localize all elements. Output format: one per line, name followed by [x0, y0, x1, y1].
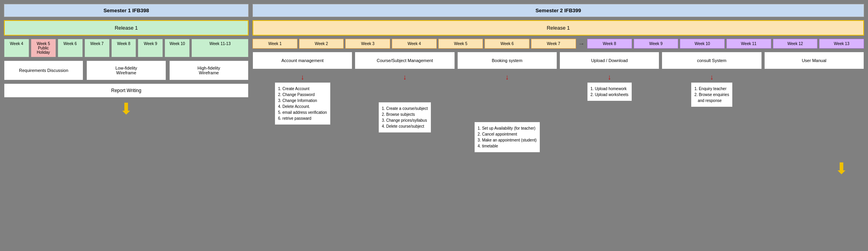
consult-detail-col: ↓ 1. Enquiry teacher 2. Browse enquiries… [662, 72, 761, 107]
week5-holiday: Week 5Public Holiday [31, 39, 56, 57]
left-panel: Semester 1 IFB398 Release 1 Week 4 Week … [4, 4, 249, 176]
right-panel: Semester 2 IFB399 Release 1 Week 1 Week … [253, 4, 864, 176]
booking-detail-col: ↓ 1. Set up Availability (for teacher) 2… [457, 72, 557, 153]
down-arrow-right: ⬇ [835, 160, 848, 176]
feature-row: Account management Course/Subject Manage… [253, 52, 864, 69]
col-course: Course/Subject Management [355, 52, 455, 69]
week10: Week 10 [165, 39, 190, 57]
r-week7: Week 7 [531, 39, 576, 49]
week11-13: Week 11-13 [191, 39, 249, 57]
report-writing-box: Report Writing [4, 83, 249, 98]
r-week2: Week 2 [299, 39, 344, 49]
release1-left: Release 1 [4, 20, 249, 36]
r-week11: Week 11 [726, 39, 771, 49]
r-week12: Week 12 [773, 39, 818, 49]
col-upload: Upload / Download [559, 52, 659, 69]
arrow-booking: ↓ [505, 73, 509, 81]
semester2-title: Semester 2 IFB399 [253, 4, 864, 17]
high-fidelity-box: High-fidelityWireframe [169, 60, 249, 80]
r-week8: Week 8 [587, 39, 632, 49]
down-arrow-left: ⬇ [4, 101, 249, 117]
details-section: ↓ 1. Create Account 2. Change Password 3… [253, 72, 864, 153]
account-detail-col: ↓ 1. Create Account 2. Change Password 3… [253, 72, 352, 125]
week-arrow: → [578, 40, 586, 47]
arrow-consult: ↓ [710, 73, 713, 81]
week4: Week 4 [4, 39, 29, 57]
account-mgmt-box: Account management [253, 52, 352, 69]
arrow-course: ↓ [403, 73, 406, 81]
semester1-title: Semester 1 IFB398 [4, 4, 249, 17]
consult-system-box: consult System [662, 52, 761, 69]
week9: Week 9 [138, 39, 163, 57]
course-subject-box: Course/Subject Management [355, 52, 455, 69]
week7: Week 7 [84, 39, 110, 57]
weeks-row-left: Week 4 Week 5Public Holiday Week 6 Week … [4, 39, 249, 57]
r-week4: Week 4 [392, 39, 437, 49]
course-detail-box: 1. Create a course/subject 2. Browse sub… [378, 102, 432, 133]
booking-detail-box: 1. Set up Availability (for teacher) 2. … [474, 122, 541, 153]
r-week6: Week 6 [485, 39, 529, 49]
col-manual: User Manual [764, 52, 864, 69]
r-week1: Week 1 [253, 39, 297, 49]
arrow-upload: ↓ [608, 73, 611, 81]
col-consult: consult System [662, 52, 761, 69]
r-week13: Week 13 [819, 39, 864, 49]
r-week5: Week 5 [438, 39, 483, 49]
arrow-account: ↓ [301, 73, 304, 81]
week6: Week 6 [58, 39, 83, 57]
col-account: Account management [253, 52, 352, 69]
col-booking: Booking system [457, 52, 557, 69]
consult-detail-box: 1. Enquiry teacher 2. Browse enquiries a… [691, 82, 733, 107]
low-fidelity-box: Low-fidelityWireframe [86, 60, 166, 80]
release1-right: Release 1 [253, 20, 864, 36]
user-manual-box: User Manual [764, 52, 864, 69]
r-week9: Week 9 [634, 39, 679, 49]
weeks-row-right: Week 1 Week 2 Week 3 Week 4 Week 5 Week … [253, 39, 864, 49]
account-detail-box: 1. Create Account 2. Change Password 3. … [275, 82, 331, 125]
down-arrow-right-container: ⬇ [253, 160, 864, 176]
upload-detail-col: ↓ 1. Upload homework 2. Upload worksheet… [559, 72, 659, 101]
r-week3: Week 3 [345, 39, 390, 49]
upload-download-box: Upload / Download [559, 52, 659, 69]
upload-detail-box: 1. Upload homework 2. Upload worksheets [587, 82, 632, 101]
booking-system-box: Booking system [457, 52, 557, 69]
requirements-box: Requirements Discussion [4, 60, 83, 80]
course-detail-col: ↓ 1. Create a course/subject 2. Browse s… [355, 72, 455, 133]
deliverables-row: Requirements Discussion Low-fidelityWire… [4, 60, 249, 80]
week8: Week 8 [111, 39, 137, 57]
r-week10: Week 10 [680, 39, 725, 49]
